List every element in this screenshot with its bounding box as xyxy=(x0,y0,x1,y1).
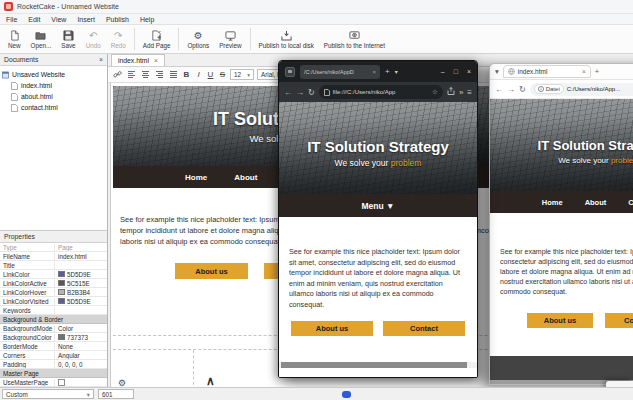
new-tab-icon[interactable]: + xyxy=(595,68,599,76)
tab-search-icon[interactable]: ▾ xyxy=(495,68,499,76)
forward-icon[interactable]: → xyxy=(507,85,515,94)
menu-file[interactable]: File xyxy=(6,16,17,23)
property-row-bordermode[interactable]: BorderMode None xyxy=(0,342,107,351)
nav-link-about[interactable]: About xyxy=(585,198,607,207)
mobile-menu-toggle[interactable]: Menu ▼ xyxy=(362,201,395,211)
bold-button[interactable]: B xyxy=(182,70,191,79)
property-row-backgroundmode[interactable]: BackgroundMode Color xyxy=(0,324,107,333)
about-us-button[interactable]: About us xyxy=(291,321,373,336)
nav-link-home[interactable]: Home xyxy=(185,173,207,182)
nav-link-about[interactable]: About xyxy=(234,173,257,182)
nav-link-contact[interactable]: Contact xyxy=(628,198,633,207)
bookmark-star-icon[interactable]: ☆ xyxy=(432,88,438,96)
scrollbar-thumb[interactable] xyxy=(342,391,351,398)
hero-section: IT Solution Strategy We solve your probl… xyxy=(490,99,633,191)
zoom-mode-select[interactable]: Custom ▾ xyxy=(2,389,94,399)
close-tab-icon[interactable]: × xyxy=(372,69,376,75)
align-left-icon[interactable] xyxy=(126,69,137,80)
strikethrough-button[interactable]: S xyxy=(218,70,227,79)
add-page-button[interactable]: Add Page xyxy=(138,29,176,50)
align-center-icon[interactable] xyxy=(140,69,151,80)
italic-button[interactable]: I xyxy=(194,70,203,79)
about-us-button[interactable]: About us xyxy=(175,263,248,279)
property-row-filename[interactable]: FileName index.html xyxy=(0,252,107,261)
site-info-chip[interactable]: Datei xyxy=(534,84,564,94)
publish-internet-button[interactable]: Publish to the Internet xyxy=(319,29,390,50)
property-row-linkcolorhover[interactable]: LinkColorHover B2B3B4 xyxy=(0,288,107,297)
property-row-padding[interactable]: Padding 0, 0, 0, 0 xyxy=(0,360,107,369)
browser-menu-icon[interactable]: ≡ xyxy=(467,88,472,97)
color-swatch[interactable] xyxy=(58,298,65,304)
align-justify-icon[interactable] xyxy=(168,69,179,80)
align-right-icon[interactable] xyxy=(154,69,165,80)
property-row-linkcolorvisited[interactable]: LinkColorVisited 5D5D9E xyxy=(0,297,107,306)
font-size-select[interactable]: 12 ▾ xyxy=(230,69,254,80)
url-bar[interactable]: Datei C:/Users/niko/App... xyxy=(530,83,633,96)
forward-icon[interactable]: → xyxy=(296,88,304,97)
reload-icon[interactable]: ↻ xyxy=(519,85,526,94)
close-icon[interactable]: × xyxy=(467,68,471,75)
contact-button[interactable]: Contact xyxy=(605,313,633,328)
color-swatch[interactable] xyxy=(58,289,65,295)
preview-button[interactable]: Preview xyxy=(214,29,246,50)
nav-link-home[interactable]: Home xyxy=(542,198,563,207)
contact-button[interactable]: Contact xyxy=(383,321,465,336)
menu-help[interactable]: Help xyxy=(140,16,154,23)
hyperlink-icon[interactable] xyxy=(112,69,123,80)
tree-item-contact-html[interactable]: contact.html xyxy=(2,102,105,113)
url-bar[interactable]: file:///C:/Users/niko/App ☆ xyxy=(319,85,443,99)
tab-index-html[interactable]: index.html × xyxy=(111,54,165,66)
publish-local-disk-button[interactable]: Publish to local disk xyxy=(254,29,319,50)
tree-item-website-root[interactable]: Unsaved Website xyxy=(2,69,105,80)
close-icon[interactable]: × xyxy=(99,56,103,63)
back-icon[interactable]: ← xyxy=(284,88,292,97)
menu-insert[interactable]: Insert xyxy=(77,16,95,23)
footer-caret-icon[interactable]: ∧ xyxy=(206,374,215,387)
property-row-corners[interactable]: Corners Angular xyxy=(0,351,107,360)
maximize-icon[interactable]: □ xyxy=(454,68,458,75)
redo-button[interactable]: ↷ Redo xyxy=(106,29,131,50)
mobile-browser-tab[interactable]: /C:/Users/niko/AppD × xyxy=(300,65,380,79)
color-swatch[interactable] xyxy=(58,280,65,286)
undo-button[interactable]: ↶ Undo xyxy=(81,29,106,50)
tree-item-about-html[interactable]: about.html xyxy=(2,91,105,102)
usemasterpage-checkbox[interactable] xyxy=(58,379,65,386)
about-us-button[interactable]: About us xyxy=(527,313,593,328)
property-row-usemasterpage[interactable]: UseMasterPage xyxy=(0,378,107,387)
options-button[interactable]: ⚙ Options xyxy=(182,29,214,50)
share-icon[interactable] xyxy=(447,87,455,97)
mobile-menu-bar: Menu ▼ xyxy=(279,194,477,217)
property-row-linkcoloractive[interactable]: LinkColorActive 5C515E xyxy=(0,279,107,288)
new-tab-icon[interactable]: + xyxy=(385,68,390,76)
color-swatch[interactable] xyxy=(58,334,65,340)
color-swatch[interactable] xyxy=(58,271,65,277)
scrollbar-thumb[interactable] xyxy=(281,362,467,368)
save-button[interactable]: Save xyxy=(56,29,80,50)
property-row-title[interactable]: Title xyxy=(0,261,107,270)
horizontal-scrollbar[interactable] xyxy=(279,362,477,368)
menu-view[interactable]: View xyxy=(51,16,66,23)
property-row-backgroundcolor[interactable]: BackgroundColor 737373 xyxy=(0,333,107,342)
reload-icon[interactable]: ↻ xyxy=(308,88,315,97)
menu-edit[interactable]: Edit xyxy=(28,16,40,23)
open-button[interactable]: Open... xyxy=(26,29,57,50)
desktop-browser-tabbar: ▾ index.html × + xyxy=(490,64,633,80)
underline-button[interactable]: U xyxy=(206,70,215,79)
extensions-chevrons-icon[interactable]: » xyxy=(459,88,463,97)
minimize-icon[interactable]: – xyxy=(441,68,445,75)
info-icon xyxy=(538,86,544,92)
tree-item-index-html[interactable]: index.html xyxy=(2,80,105,91)
menu-publish[interactable]: Publish xyxy=(106,16,129,23)
back-icon[interactable]: ← xyxy=(495,85,503,94)
footer-gear-icon[interactable]: ⚙ xyxy=(118,378,126,387)
close-tab-icon[interactable]: × xyxy=(154,57,158,64)
close-tab-icon[interactable]: × xyxy=(582,68,586,75)
property-row-keywords[interactable]: Keywords xyxy=(0,306,107,315)
tab-search-icon[interactable]: ▾ xyxy=(395,69,398,75)
property-row-linkcolor[interactable]: LinkColor 5D5D9E xyxy=(0,270,107,279)
horizontal-scrollbar[interactable] xyxy=(138,390,631,399)
site-button-row: About us Contact xyxy=(500,313,633,328)
new-button[interactable]: New xyxy=(3,29,26,50)
desktop-browser-tab[interactable]: index.html × xyxy=(503,65,591,78)
zoom-value-field[interactable]: 601 xyxy=(98,389,134,399)
